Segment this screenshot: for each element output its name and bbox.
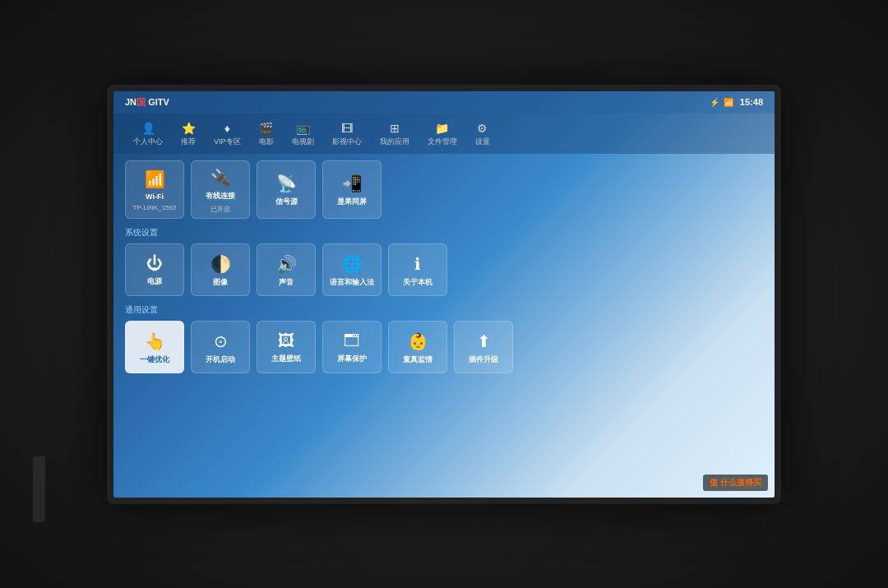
appupdate-icon: ⬆ bbox=[477, 331, 491, 351]
my-apps-icon: ⊞ bbox=[390, 122, 400, 135]
image-label: 图像 bbox=[213, 277, 228, 288]
tv-screen: JN国 GITV ⚡ 📶 15:48 👤 个人中心 ⭐ 推荐 bbox=[113, 91, 775, 498]
screensaver-icon: 🗔 bbox=[344, 331, 360, 350]
movie-icon: 🎬 bbox=[259, 122, 273, 135]
bluetooth-icon: ⚡ bbox=[710, 98, 719, 107]
onekey-label: 一键优化 bbox=[140, 354, 169, 365]
boot-label: 开机启动 bbox=[206, 354, 235, 365]
nav-item-film-center[interactable]: 🎞 影视中心 bbox=[324, 118, 370, 150]
onekey-item[interactable]: 👆 一键优化 bbox=[125, 321, 184, 373]
status-icons: ⚡ 📶 bbox=[710, 98, 733, 107]
nav-item-my-apps[interactable]: ⊞ 我的应用 bbox=[372, 118, 418, 150]
signal-label: 信号源 bbox=[275, 197, 298, 207]
nav-item-tv-drama[interactable]: 📺 电视剧 bbox=[284, 118, 322, 150]
sound-label: 声音 bbox=[279, 277, 294, 288]
wired-label: 有线连接 bbox=[206, 191, 235, 201]
recommend-icon: ⭐ bbox=[182, 122, 196, 135]
mirror-icon: 📲 bbox=[342, 174, 363, 193]
file-mgr-label: 文件管理 bbox=[428, 137, 457, 147]
boot-item[interactable]: ⊙ 开机启动 bbox=[191, 321, 250, 373]
appupdate-label: 插件升级 bbox=[469, 354, 498, 365]
file-mgr-icon: 📁 bbox=[435, 122, 449, 135]
appupdate-item[interactable]: ⬆ 插件升级 bbox=[454, 321, 513, 373]
movie-label: 电影 bbox=[259, 137, 274, 147]
nav-item-vip[interactable]: ♦ VIP专区 bbox=[206, 118, 249, 150]
general-section-label: 通用设置 bbox=[125, 304, 763, 316]
sound-icon: 🔊 bbox=[276, 254, 297, 274]
general-row: 👆 一键优化 ⊙ 开机启动 🖼 主题壁纸 🗔 屏幕保护 👶 童真监情 bbox=[125, 321, 763, 373]
tv-frame: JN国 GITV ⚡ 📶 15:48 👤 个人中心 ⭐ 推荐 bbox=[107, 85, 781, 504]
network-row: 📶 Wi-Fi TP-LINK_1592 🔌 有线连接 已开启 📡 信号源 📲 … bbox=[125, 160, 763, 219]
parental-item[interactable]: 👶 童真监情 bbox=[388, 321, 447, 373]
about-item[interactable]: ℹ 关于本机 bbox=[388, 243, 447, 296]
logo: JN国 GITV bbox=[125, 96, 169, 109]
wallpaper-label: 主题壁纸 bbox=[271, 354, 301, 364]
power-label: 电源 bbox=[147, 276, 162, 287]
personal-label: 个人中心 bbox=[133, 137, 163, 147]
signal-item[interactable]: 📡 信号源 bbox=[257, 160, 316, 219]
nav-menu: 👤 个人中心 ⭐ 推荐 ♦ VIP专区 🎬 电影 📺 电视剧 🎞 影视中心 bbox=[113, 113, 775, 154]
about-label: 关于本机 bbox=[403, 277, 432, 288]
parental-label: 童真监情 bbox=[403, 354, 432, 365]
wifi-item[interactable]: 📶 Wi-Fi TP-LINK_1592 bbox=[125, 160, 184, 219]
wifi-icon: 📶 bbox=[145, 169, 165, 189]
film-center-icon: 🎞 bbox=[341, 122, 353, 135]
language-item[interactable]: 🌐 语言和输入法 bbox=[322, 243, 382, 296]
screensaver-label: 屏幕保护 bbox=[337, 354, 367, 364]
tv-drama-label: 电视剧 bbox=[292, 137, 314, 147]
language-icon: 🌐 bbox=[342, 254, 363, 274]
personal-icon: 👤 bbox=[141, 122, 155, 135]
wallpaper-icon: 🖼 bbox=[278, 331, 294, 350]
top-bar: JN国 GITV ⚡ 📶 15:48 bbox=[113, 91, 775, 113]
wired-item[interactable]: 🔌 有线连接 已开启 bbox=[191, 160, 250, 219]
clock-display: 15:48 bbox=[740, 97, 763, 107]
power-icon: ⏻ bbox=[146, 254, 163, 273]
wifi-status-icon: 📶 bbox=[724, 98, 733, 107]
boot-icon: ⊙ bbox=[214, 331, 228, 351]
nav-item-personal[interactable]: 👤 个人中心 bbox=[125, 118, 171, 150]
sound-item[interactable]: 🔊 声音 bbox=[257, 243, 316, 296]
vip-icon: ♦ bbox=[224, 122, 230, 135]
signal-icon: 📡 bbox=[276, 174, 297, 193]
nav-item-recommend[interactable]: ⭐ 推荐 bbox=[173, 118, 204, 150]
language-label: 语言和输入法 bbox=[330, 277, 374, 288]
main-content: 📶 Wi-Fi TP-LINK_1592 🔌 有线连接 已开启 📡 信号源 📲 … bbox=[113, 154, 775, 388]
parental-icon: 👶 bbox=[408, 331, 428, 351]
system-row: ⏻ 电源 🌓 图像 🔊 声音 🌐 语言和输入法 ℹ 关于本机 bbox=[125, 243, 763, 296]
recommend-label: 推荐 bbox=[181, 137, 196, 147]
image-item[interactable]: 🌓 图像 bbox=[191, 243, 250, 296]
logo-main: JN国 GITV bbox=[125, 96, 169, 109]
vip-label: VIP专区 bbox=[214, 137, 241, 147]
image-icon: 🌓 bbox=[210, 254, 231, 274]
nav-item-file-mgr[interactable]: 📁 文件管理 bbox=[419, 118, 465, 150]
screensaver-item[interactable]: 🗔 屏幕保护 bbox=[322, 321, 382, 373]
mirror-label: 显果同屏 bbox=[337, 197, 367, 207]
wallpaper-item[interactable]: 🖼 主题壁纸 bbox=[257, 321, 316, 373]
tv-drama-icon: 📺 bbox=[296, 122, 310, 135]
mirror-item[interactable]: 📲 显果同屏 bbox=[322, 160, 382, 219]
about-icon: ℹ bbox=[414, 254, 421, 274]
wired-icon: 🔌 bbox=[210, 168, 231, 188]
my-apps-label: 我的应用 bbox=[380, 137, 409, 147]
nav-item-movie[interactable]: 🎬 电影 bbox=[251, 118, 282, 150]
top-right-status: ⚡ 📶 15:48 bbox=[710, 97, 763, 107]
settings-nav-label: 设置 bbox=[475, 137, 490, 147]
wifi-label: Wi-Fi bbox=[146, 192, 164, 201]
film-center-label: 影视中心 bbox=[332, 137, 362, 147]
watermark: 值 什么值得买 bbox=[703, 475, 768, 491]
wifi-sublabel: TP-LINK_1592 bbox=[133, 204, 177, 211]
cable bbox=[33, 456, 45, 522]
power-item[interactable]: ⏻ 电源 bbox=[125, 243, 184, 296]
onekey-icon: 👆 bbox=[145, 331, 165, 351]
settings-nav-icon: ⚙ bbox=[477, 122, 488, 135]
wired-sublabel: 已开启 bbox=[210, 205, 230, 214]
nav-item-settings[interactable]: ⚙ 设置 bbox=[467, 118, 498, 150]
system-section-label: 系统设置 bbox=[125, 227, 763, 238]
